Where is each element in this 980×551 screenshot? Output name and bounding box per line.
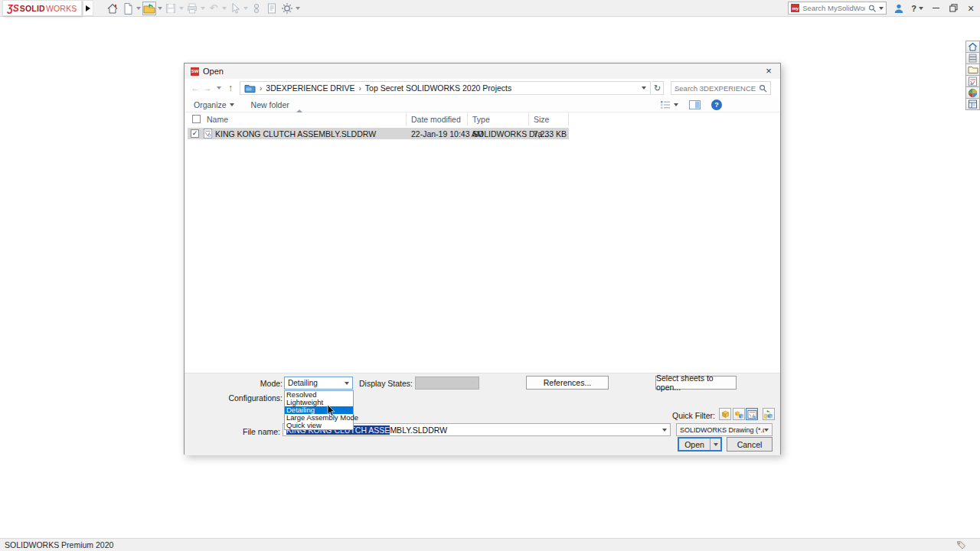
organize-button[interactable]: Organize (194, 100, 234, 109)
open-dropdown[interactable] (158, 7, 162, 10)
status-tag-button[interactable] (956, 540, 966, 549)
breadcrumb-item-root[interactable]: 3DEXPERIENCE DRIVE (266, 83, 354, 93)
minimize-icon (933, 8, 939, 9)
column-header-size[interactable]: Size (529, 112, 569, 126)
folder-icon (968, 65, 978, 74)
new-document-button[interactable] (121, 2, 135, 15)
file-checkbox-checked[interactable]: ✓ (191, 129, 199, 138)
mode-label: Mode: (185, 379, 283, 388)
search-icon (759, 84, 767, 93)
taskpane-view-palette-tab[interactable] (965, 75, 980, 87)
new-folder-label: New folder (251, 100, 289, 109)
file-name-rest-text: MBLY.SLDDRW (390, 425, 447, 435)
options-dropdown[interactable] (296, 7, 300, 10)
taskpane-appearances-tab[interactable] (965, 86, 980, 99)
open-button-dropdown[interactable] (710, 439, 720, 450)
file-properties-button[interactable] (265, 2, 279, 15)
print-button[interactable] (185, 2, 199, 15)
brand-solid-text: SOLID (20, 4, 45, 13)
references-label: References... (544, 378, 591, 387)
open-dialog-titlebar[interactable]: SW Open × (185, 64, 780, 79)
select-dropdown[interactable] (243, 7, 248, 10)
home-button[interactable] (106, 2, 119, 15)
chevron-down-icon (764, 429, 769, 432)
search-icon (868, 4, 876, 13)
mysolidworks-search-placeholder: Search MySolidWorks (802, 4, 865, 12)
mysolidworks-search[interactable]: my Search MySolidWorks (788, 2, 887, 15)
open-button-toolbar[interactable] (142, 2, 156, 15)
slddrw-file-icon (203, 129, 213, 139)
chevron-down-icon (471, 382, 475, 385)
titlebar-right-cluster: my Search MySolidWorks ? × (788, 2, 976, 15)
open-button[interactable]: Open (678, 437, 722, 452)
save-dropdown[interactable] (179, 7, 184, 10)
breadcrumb-item-current[interactable]: Top Secret SOLIDWORKS 2020 Projects (365, 83, 511, 93)
refresh-button[interactable]: ↻ (652, 81, 664, 95)
taskpane-home-tab[interactable] (965, 41, 980, 53)
home-icon (106, 2, 119, 15)
quick-filter-toplevel-button[interactable] (763, 408, 775, 420)
back-icon: ← (191, 83, 200, 93)
column-header-date[interactable]: Date modified (407, 112, 468, 126)
quick-filter-drawings-button[interactable] (746, 408, 758, 420)
cancel-button[interactable]: Cancel (727, 437, 773, 452)
assembly-filter-icon (734, 409, 744, 419)
mode-dropdown-list: Resolved Lightweight Detailing Large Ass… (284, 390, 354, 430)
taskpane-design-library-tab[interactable] (965, 52, 980, 64)
close-window-button[interactable]: × (965, 3, 976, 14)
references-button[interactable]: References... (526, 376, 609, 390)
help-icon: ? (911, 4, 916, 13)
rebuild-icon (250, 2, 263, 15)
user-account-icon[interactable] (893, 3, 904, 14)
back-button[interactable]: ← (189, 83, 201, 93)
undo-button[interactable]: ↶ (207, 2, 220, 15)
help-icon: ? (714, 101, 719, 109)
column-label: Type (472, 115, 490, 124)
toolbar-flyout-button[interactable] (83, 0, 93, 16)
open-dialog-close-button[interactable]: × (763, 64, 775, 77)
forward-button[interactable]: → (201, 83, 214, 93)
appearances-sphere-icon (968, 88, 978, 98)
quick-filter-parts-button[interactable] (719, 408, 731, 420)
file-type-combobox[interactable]: SOLIDWORKS Drawing (*.drw;*. (676, 423, 773, 436)
address-dropdown[interactable] (642, 86, 646, 90)
search-scope-dropdown[interactable] (879, 7, 884, 10)
dialog-search-placeholder: Search 3DEXPERIENCE Drive 3... (675, 84, 756, 93)
taskpane-file-explorer-tab[interactable] (965, 64, 980, 76)
quick-filter-assemblies-button[interactable] (733, 408, 745, 420)
new-document-dropdown[interactable] (136, 7, 141, 10)
preview-pane-icon[interactable] (689, 100, 701, 109)
select-cursor-icon (229, 2, 241, 15)
toplevel-assembly-filter-icon (764, 409, 774, 419)
open-dialog: SW Open × ← → ↑ › 3DEXPERIENCE DRIVE › T… (184, 63, 781, 455)
column-header-type[interactable]: Type (468, 112, 529, 126)
save-button[interactable] (164, 2, 178, 15)
up-button[interactable]: ↑ (224, 83, 237, 93)
new-document-icon (122, 2, 134, 15)
select-all-checkbox[interactable] (192, 115, 201, 123)
undo-dropdown[interactable] (222, 7, 227, 10)
history-dropdown[interactable] (217, 86, 221, 90)
breadcrumb[interactable]: › 3DEXPERIENCE DRIVE › Top Secret SOLIDW… (240, 81, 651, 95)
drawing-filter-icon (747, 409, 757, 419)
file-name-label: File name: (185, 427, 280, 436)
mode-option-quick-view[interactable]: Quick view (285, 422, 353, 429)
print-dropdown[interactable] (201, 7, 205, 10)
file-row-selected[interactable]: ✓ KING KONG CLUTCH ASSEMBLY.SLDDRW 22-Ja… (188, 128, 569, 139)
help-menu[interactable]: ? (911, 4, 923, 13)
taskpane-custom-properties-tab[interactable] (965, 98, 980, 110)
dialog-toolbar: Organize New folder ? (185, 97, 780, 112)
minimize-button[interactable] (930, 3, 941, 14)
dialog-help-button[interactable]: ? (711, 99, 722, 110)
new-folder-button[interactable]: New folder (251, 100, 289, 109)
organize-dropdown-icon (230, 103, 234, 106)
restore-button[interactable] (948, 3, 959, 14)
rebuild-button[interactable] (250, 2, 263, 15)
view-mode-button[interactable] (660, 100, 678, 109)
dialog-nav-row: ← → ↑ › 3DEXPERIENCE DRIVE › Top Secret … (185, 80, 780, 96)
options-button[interactable] (280, 2, 294, 15)
select-sheets-button[interactable]: Select sheets to open... (655, 376, 737, 390)
column-header-name[interactable]: Name (188, 112, 407, 126)
dialog-search-box[interactable]: Search 3DEXPERIENCE Drive 3... (671, 81, 771, 95)
select-button[interactable] (228, 2, 242, 15)
